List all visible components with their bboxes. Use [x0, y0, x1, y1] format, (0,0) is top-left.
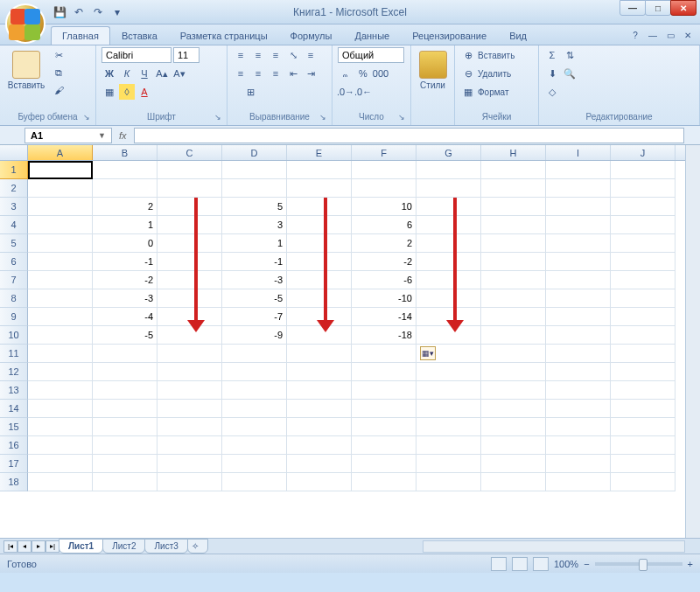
row-header[interactable]: 16: [0, 436, 28, 455]
cell[interactable]: [416, 253, 481, 271]
cell[interactable]: [28, 271, 93, 289]
cell[interactable]: [352, 455, 416, 473]
cell[interactable]: [158, 400, 222, 418]
cell[interactable]: [158, 455, 222, 473]
cell[interactable]: [28, 400, 93, 418]
cell[interactable]: 3: [222, 216, 287, 234]
cell[interactable]: -7: [222, 308, 287, 326]
cell[interactable]: [352, 381, 416, 400]
cell[interactable]: [287, 253, 352, 271]
cell[interactable]: [287, 289, 352, 308]
sheet-tab[interactable]: Лист3: [144, 539, 187, 554]
cell[interactable]: -4: [93, 308, 158, 326]
cell[interactable]: [611, 198, 676, 216]
cell[interactable]: [481, 289, 546, 308]
cell[interactable]: [611, 345, 676, 363]
align-left-icon[interactable]: ≡: [233, 66, 248, 81]
currency-icon[interactable]: ⩋: [338, 66, 354, 81]
cell[interactable]: [481, 363, 546, 381]
minimize-ribbon-icon[interactable]: —: [646, 28, 660, 42]
cell[interactable]: [481, 326, 546, 345]
cell[interactable]: [287, 234, 352, 253]
cell[interactable]: [28, 436, 93, 455]
sheet-tab[interactable]: Лист1: [59, 539, 103, 554]
cell[interactable]: [287, 418, 352, 436]
cell[interactable]: [611, 326, 676, 345]
row-header[interactable]: 18: [0, 473, 28, 491]
cell[interactable]: -2: [93, 271, 158, 289]
cell[interactable]: [546, 473, 611, 491]
cell[interactable]: -18: [352, 326, 416, 345]
cell[interactable]: [481, 381, 546, 400]
cell[interactable]: [222, 381, 287, 400]
cell[interactable]: [28, 473, 93, 491]
copy-icon[interactable]: ⧉: [51, 65, 66, 80]
cell[interactable]: [611, 436, 676, 455]
border-icon[interactable]: ▦: [102, 84, 117, 100]
row-header[interactable]: 6: [0, 253, 28, 271]
cell[interactable]: [352, 161, 416, 179]
cell[interactable]: [93, 363, 158, 381]
worksheet-grid[interactable]: A B C D E F G H I J 1232510413650126-1-1…: [0, 145, 700, 538]
cell[interactable]: [481, 436, 546, 455]
cell[interactable]: [352, 418, 416, 436]
cell[interactable]: [546, 253, 611, 271]
cell[interactable]: [546, 436, 611, 455]
new-sheet-icon[interactable]: ✧: [187, 539, 208, 554]
clear-icon[interactable]: ◇: [544, 84, 560, 100]
cell[interactable]: [287, 216, 352, 234]
row-header[interactable]: 13: [0, 381, 28, 400]
cell[interactable]: [611, 455, 676, 473]
row-header[interactable]: 12: [0, 363, 28, 381]
tab-home[interactable]: Главная: [51, 26, 110, 45]
view-page-layout-icon[interactable]: [512, 557, 528, 571]
cell[interactable]: [481, 179, 546, 198]
horizontal-scrollbar[interactable]: [423, 540, 685, 553]
row-header[interactable]: 4: [0, 216, 28, 234]
cell[interactable]: [546, 381, 611, 400]
cell[interactable]: [93, 381, 158, 400]
cell[interactable]: 10: [352, 198, 416, 216]
align-bottom-icon[interactable]: ≡: [268, 47, 284, 63]
format-painter-icon[interactable]: 🖌: [51, 82, 66, 98]
column-header[interactable]: H: [481, 145, 546, 160]
increase-indent-icon[interactable]: ⇥: [303, 66, 318, 81]
cell[interactable]: [611, 418, 676, 436]
column-header[interactable]: C: [158, 145, 222, 160]
cell[interactable]: [546, 455, 611, 473]
shrink-font-icon[interactable]: A▾: [172, 66, 187, 81]
cell[interactable]: [546, 161, 611, 179]
tab-data[interactable]: Данные: [343, 26, 401, 45]
cell[interactable]: [28, 418, 93, 436]
cell[interactable]: [481, 455, 546, 473]
cell[interactable]: [93, 161, 158, 179]
align-middle-icon[interactable]: ≡: [250, 47, 266, 63]
cell[interactable]: [93, 473, 158, 491]
restore-workbook-icon[interactable]: ▭: [663, 28, 677, 42]
cell[interactable]: [416, 179, 481, 198]
styles-button[interactable]: Стили: [416, 47, 449, 90]
cell[interactable]: [287, 161, 352, 179]
redo-icon[interactable]: ↷: [89, 3, 107, 21]
cell[interactable]: [93, 400, 158, 418]
cell[interactable]: 5: [222, 198, 287, 216]
cell[interactable]: [416, 455, 481, 473]
cell[interactable]: -9: [222, 326, 287, 345]
paste-button[interactable]: Вставить: [5, 47, 47, 90]
cell[interactable]: [93, 455, 158, 473]
align-top-icon[interactable]: ≡: [233, 47, 248, 63]
qat-customize-icon[interactable]: ▾: [108, 3, 126, 21]
cell[interactable]: [481, 253, 546, 271]
cell[interactable]: [416, 271, 481, 289]
autosum-icon[interactable]: Σ: [544, 47, 560, 63]
cell[interactable]: [546, 326, 611, 345]
cell[interactable]: 1: [93, 216, 158, 234]
comma-icon[interactable]: 000: [373, 66, 388, 81]
autofill-options-icon[interactable]: ▦▾: [420, 346, 436, 360]
cell[interactable]: [28, 253, 93, 271]
column-header[interactable]: G: [416, 145, 481, 160]
cell[interactable]: [287, 455, 352, 473]
cell[interactable]: -2: [352, 253, 416, 271]
clipboard-launcher-icon[interactable]: ↘: [83, 113, 94, 123]
row-header[interactable]: 14: [0, 400, 28, 418]
